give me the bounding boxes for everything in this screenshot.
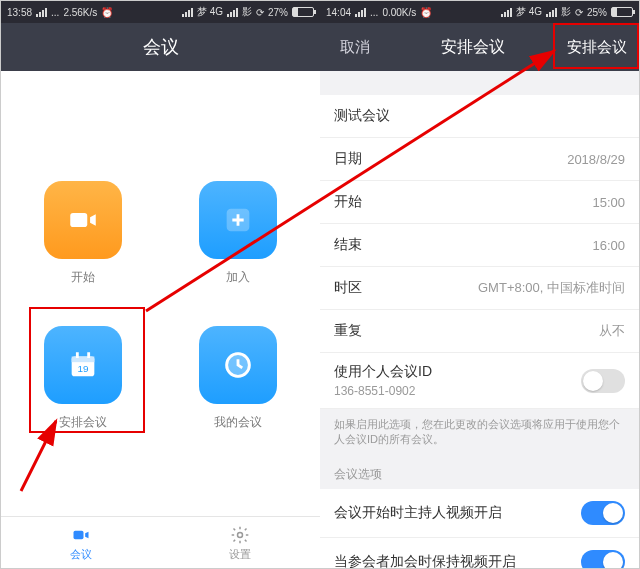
toggle-host-video[interactable] xyxy=(581,501,625,525)
nav-meeting[interactable]: 会议 xyxy=(1,517,161,569)
signal-bars-icon xyxy=(36,8,47,17)
row-meeting-name[interactable]: 测试会议 xyxy=(320,95,639,138)
row-end[interactable]: 结束 16:00 xyxy=(320,224,639,267)
svg-point-8 xyxy=(238,533,243,538)
alarm-icon: ⏰ xyxy=(101,7,113,18)
bottom-nav: 会议 设置 xyxy=(1,516,320,569)
row-label: 结束 xyxy=(334,236,362,254)
cancel-button[interactable]: 取消 xyxy=(320,38,390,57)
row-label: 日期 xyxy=(334,150,362,168)
svg-rect-7 xyxy=(73,531,83,539)
row-start[interactable]: 开始 15:00 xyxy=(320,181,639,224)
status-bar: 13:58 ... 2.56K/s ⏰ 梦 4G 影 ⟳ 27% xyxy=(1,1,320,23)
row-value: 从不 xyxy=(599,322,625,340)
row-label: 时区 xyxy=(334,279,362,297)
row-label: 使用个人会议ID xyxy=(334,363,432,381)
tile-label: 加入 xyxy=(226,269,250,286)
battery-icon xyxy=(611,7,633,17)
clock-icon xyxy=(221,348,255,382)
page-title: 会议 xyxy=(143,35,179,59)
status-time: 13:58 xyxy=(7,7,32,18)
status-net2: 影 xyxy=(242,5,252,19)
signal-bars-icon xyxy=(546,8,557,17)
row-host-video[interactable]: 会议开始时主持人视频开启 xyxy=(320,489,639,538)
row-value: 2018/8/29 xyxy=(567,152,625,167)
calendar-icon: 19 xyxy=(66,348,100,382)
header: 取消 安排会议 安排会议 xyxy=(320,23,639,71)
row-timezone[interactable]: 时区 GMT+8:00, 中国标准时间 xyxy=(320,267,639,310)
tile-grid: 开始 加入 19 安排会议 我的会议 xyxy=(1,71,320,516)
status-speed: 2.56K/s xyxy=(63,7,97,18)
section-header: 会议选项 xyxy=(320,456,639,489)
header: 会议 xyxy=(1,23,320,71)
plus-icon xyxy=(221,203,255,237)
row-label: 会议开始时主持人视频开启 xyxy=(334,504,502,522)
battery-icon xyxy=(292,7,314,17)
alarm-icon: ⏰ xyxy=(420,7,432,18)
row-value: 16:00 xyxy=(592,238,625,253)
right-screen: 14:04 ... 0.00K/s ⏰ 梦 4G 影 ⟳ 25% 取消 安排会议… xyxy=(320,1,639,569)
video-icon xyxy=(66,203,100,237)
row-label: 当参会者加会时保持视频开启 xyxy=(334,553,516,569)
svg-text:19: 19 xyxy=(78,363,90,374)
tile-label: 开始 xyxy=(71,269,95,286)
settings-list: 测试会议 日期 2018/8/29 开始 15:00 结束 16:00 时区 G… xyxy=(320,71,639,569)
svg-rect-0 xyxy=(71,213,88,227)
nav-label: 设置 xyxy=(229,547,251,562)
page-title: 安排会议 xyxy=(390,37,555,58)
signal-bars-icon xyxy=(355,8,366,17)
status-bar: 14:04 ... 0.00K/s ⏰ 梦 4G 影 ⟳ 25% xyxy=(320,1,639,23)
status-battery-pct: 27% xyxy=(268,7,288,18)
svg-rect-3 xyxy=(72,357,95,363)
status-net1: 梦 4G xyxy=(197,5,223,19)
status-time: 14:04 xyxy=(326,7,351,18)
tile-start[interactable]: 开始 xyxy=(31,181,136,286)
tile-schedule[interactable]: 19 安排会议 xyxy=(31,326,136,431)
row-participant-video[interactable]: 当参会者加会时保持视频开启 xyxy=(320,538,639,569)
row-value: GMT+8:00, 中国标准时间 xyxy=(478,279,625,297)
nav-label: 会议 xyxy=(70,547,92,562)
pmi-note: 如果启用此选项，您在此更改的会议选项将应用于使用您个人会议ID的所有会议。 xyxy=(320,409,639,456)
signal-bars-icon xyxy=(182,8,193,17)
video-icon xyxy=(71,525,91,545)
tile-label: 我的会议 xyxy=(214,414,262,431)
row-label: 测试会议 xyxy=(334,107,390,125)
nav-settings[interactable]: 设置 xyxy=(161,517,321,569)
toggle-participant-video[interactable] xyxy=(581,550,625,569)
row-label: 开始 xyxy=(334,193,362,211)
row-label: 重复 xyxy=(334,322,362,340)
toggle-pmi[interactable] xyxy=(581,369,625,393)
gear-icon xyxy=(230,525,250,545)
tile-join[interactable]: 加入 xyxy=(186,181,291,286)
left-screen: 13:58 ... 2.56K/s ⏰ 梦 4G 影 ⟳ 27% 会议 开 xyxy=(1,1,320,569)
row-repeat[interactable]: 重复 从不 xyxy=(320,310,639,353)
status-speed: 0.00K/s xyxy=(382,7,416,18)
schedule-action-button[interactable]: 安排会议 xyxy=(555,38,639,57)
tile-label: 安排会议 xyxy=(59,414,107,431)
row-sublabel: 136-8551-0902 xyxy=(334,384,432,398)
status-battery-pct: 25% xyxy=(587,7,607,18)
row-pmi[interactable]: 使用个人会议ID 136-8551-0902 xyxy=(320,353,639,409)
row-value: 15:00 xyxy=(592,195,625,210)
tile-my-meetings[interactable]: 我的会议 xyxy=(186,326,291,431)
status-net1: 梦 4G xyxy=(516,5,542,19)
signal-bars-icon xyxy=(501,8,512,17)
signal-bars-icon xyxy=(227,8,238,17)
row-date[interactable]: 日期 2018/8/29 xyxy=(320,138,639,181)
status-net2: 影 xyxy=(561,5,571,19)
